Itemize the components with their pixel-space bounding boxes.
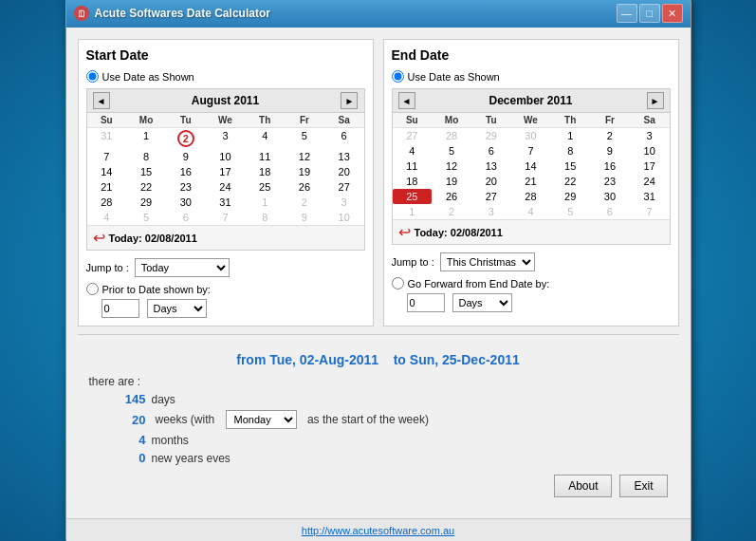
cal-day[interactable]: 3 xyxy=(324,195,364,210)
cal-day[interactable]: 27 xyxy=(324,179,364,195)
cal-day[interactable]: 17 xyxy=(630,159,670,174)
cal-day[interactable]: 7 xyxy=(630,204,670,219)
cal-day[interactable]: 26 xyxy=(432,189,471,204)
cal-day[interactable]: 29 xyxy=(550,189,590,204)
cal-day[interactable]: 21 xyxy=(87,179,127,195)
cal-day[interactable]: 31 xyxy=(206,195,246,210)
exit-button[interactable]: Exit xyxy=(619,475,667,497)
end-prev-month[interactable]: ◄ xyxy=(398,92,415,109)
cal-day[interactable]: 28 xyxy=(432,128,471,143)
maximize-button[interactable]: □ xyxy=(639,4,660,23)
cal-day[interactable]: 9 xyxy=(285,210,324,225)
cal-day[interactable]: 17 xyxy=(206,164,246,179)
cal-day[interactable]: 4 xyxy=(87,210,127,225)
start-radio[interactable] xyxy=(86,70,99,83)
cal-day[interactable]: 3 xyxy=(630,128,670,143)
end-forward-unit[interactable]: Days Weeks Months Years xyxy=(452,293,512,312)
start-prior-unit[interactable]: Days Weeks Months Years xyxy=(147,299,207,318)
cal-day[interactable]: 24 xyxy=(630,174,670,189)
cal-day[interactable]: 29 xyxy=(126,195,166,210)
cal-day[interactable]: 26 xyxy=(285,179,324,195)
cal-day[interactable]: 5 xyxy=(432,143,471,159)
close-button[interactable]: ✕ xyxy=(662,4,683,23)
cal-day[interactable]: 30 xyxy=(511,128,551,143)
cal-day[interactable]: 19 xyxy=(432,174,471,189)
cal-day[interactable]: 22 xyxy=(126,179,166,195)
cal-day[interactable]: 10 xyxy=(630,143,670,159)
cal-day[interactable]: 3 xyxy=(206,128,246,149)
cal-day[interactable]: 6 xyxy=(471,143,511,159)
cal-day[interactable]: 30 xyxy=(166,195,206,210)
cal-day[interactable]: 8 xyxy=(126,149,166,164)
cal-day[interactable]: 31 xyxy=(630,189,670,204)
cal-day[interactable]: 21 xyxy=(511,174,551,189)
about-button[interactable]: About xyxy=(554,475,612,497)
cal-day[interactable]: 28 xyxy=(87,195,127,210)
cal-day[interactable]: 25 xyxy=(245,179,285,195)
cal-day[interactable]: 20 xyxy=(471,174,511,189)
cal-day[interactable]: 10 xyxy=(206,149,246,164)
cal-day[interactable]: 12 xyxy=(432,159,471,174)
end-radio[interactable] xyxy=(392,70,404,83)
cal-day[interactable]: 25 xyxy=(393,189,433,204)
cal-day[interactable]: 1 xyxy=(126,128,166,149)
end-jump-select[interactable]: Today This Christmas New Year Next Monda… xyxy=(440,252,535,271)
cal-day[interactable]: 2 xyxy=(432,204,471,219)
cal-day[interactable]: 31 xyxy=(87,128,127,149)
cal-day[interactable]: 27 xyxy=(471,189,511,204)
cal-day[interactable]: 19 xyxy=(285,164,324,179)
cal-day[interactable]: 2 xyxy=(285,195,324,210)
cal-day[interactable]: 12 xyxy=(285,149,324,164)
cal-day[interactable]: 22 xyxy=(550,174,590,189)
cal-day[interactable]: 7 xyxy=(87,149,127,164)
cal-day[interactable]: 14 xyxy=(511,159,551,174)
cal-day[interactable]: 6 xyxy=(590,204,630,219)
cal-day[interactable]: 13 xyxy=(471,159,511,174)
cal-day[interactable]: 30 xyxy=(590,189,630,204)
end-forward-value[interactable] xyxy=(407,293,445,312)
cal-day[interactable]: 15 xyxy=(126,164,166,179)
start-prev-month[interactable]: ◄ xyxy=(93,92,110,109)
start-prior-radio[interactable] xyxy=(86,283,99,295)
cal-day[interactable]: 3 xyxy=(471,204,511,219)
week-start-select[interactable]: Monday Sunday Saturday xyxy=(226,410,297,429)
cal-day[interactable]: 23 xyxy=(166,179,206,195)
cal-day[interactable]: 23 xyxy=(590,174,630,189)
cal-day[interactable]: 27 xyxy=(393,128,433,143)
cal-day[interactable]: 5 xyxy=(550,204,590,219)
cal-day[interactable]: 1 xyxy=(245,195,285,210)
start-prior-value[interactable] xyxy=(101,299,139,318)
cal-day[interactable]: 7 xyxy=(206,210,246,225)
cal-day[interactable]: 10 xyxy=(324,210,364,225)
cal-day[interactable]: 16 xyxy=(590,159,630,174)
cal-day[interactable]: 20 xyxy=(324,164,364,179)
footer-link[interactable]: http://www.acutesoftware.com.au xyxy=(302,525,454,536)
end-forward-radio[interactable] xyxy=(392,277,404,289)
cal-day[interactable]: 1 xyxy=(550,128,590,143)
cal-day[interactable]: 4 xyxy=(511,204,551,219)
cal-day[interactable]: 13 xyxy=(324,149,364,164)
cal-day[interactable]: 9 xyxy=(590,143,630,159)
cal-day[interactable]: 2 xyxy=(166,128,206,149)
cal-day[interactable]: 28 xyxy=(511,189,551,204)
cal-day[interactable]: 7 xyxy=(511,143,551,159)
cal-day[interactable]: 11 xyxy=(245,149,285,164)
cal-day[interactable]: 14 xyxy=(87,164,127,179)
cal-day[interactable]: 2 xyxy=(590,128,630,143)
cal-day[interactable]: 29 xyxy=(471,128,511,143)
cal-day[interactable]: 18 xyxy=(393,174,433,189)
start-next-month[interactable]: ► xyxy=(341,92,358,109)
cal-day[interactable]: 18 xyxy=(245,164,285,179)
minimize-button[interactable]: — xyxy=(617,4,637,23)
cal-day[interactable]: 4 xyxy=(245,128,285,149)
cal-day[interactable]: 8 xyxy=(245,210,285,225)
cal-day[interactable]: 8 xyxy=(550,143,590,159)
end-next-month[interactable]: ► xyxy=(647,92,664,109)
cal-day[interactable]: 5 xyxy=(126,210,166,225)
cal-day[interactable]: 5 xyxy=(285,128,324,149)
cal-day[interactable]: 6 xyxy=(324,128,364,149)
start-jump-select[interactable]: Today This Christmas New Year Next Monda… xyxy=(135,258,230,277)
cal-day[interactable]: 1 xyxy=(393,204,433,219)
cal-day[interactable]: 4 xyxy=(393,143,433,159)
cal-day[interactable]: 24 xyxy=(206,179,246,195)
